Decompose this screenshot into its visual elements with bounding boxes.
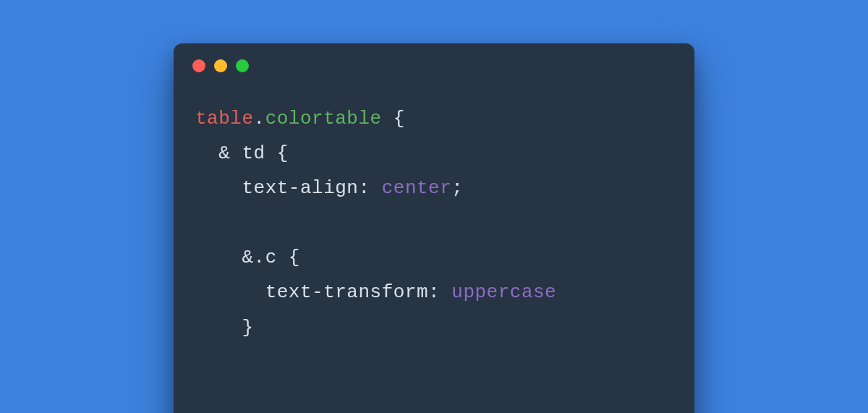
code-line: table.colortable { xyxy=(195,108,405,129)
css-property: text-transform xyxy=(265,281,428,303)
css-value: center xyxy=(382,177,452,199)
classname: colortable xyxy=(265,108,382,129)
code-line: } xyxy=(195,317,254,339)
indent xyxy=(195,142,218,164)
code-line: & td { xyxy=(195,142,289,164)
indent xyxy=(195,281,265,303)
css-value: uppercase xyxy=(451,281,556,303)
indent xyxy=(195,317,242,339)
colon: : xyxy=(428,281,451,303)
indent xyxy=(195,177,242,199)
code-editor: table.colortable { & td { text-align: ce… xyxy=(174,80,694,345)
css-property: text-align xyxy=(242,177,358,199)
indent xyxy=(195,247,242,268)
brace-open: { xyxy=(289,247,300,268)
nesting-amp: & xyxy=(218,142,242,164)
punct-dot: . xyxy=(254,108,265,129)
window-titlebar xyxy=(174,43,694,80)
code-line: &.c { xyxy=(195,247,300,268)
maximize-icon[interactable] xyxy=(236,59,249,72)
keyword-tag: table xyxy=(195,108,254,129)
semicolon: ; xyxy=(451,177,463,199)
nesting-amp: & xyxy=(242,247,253,268)
brace-close: } xyxy=(242,317,253,339)
colon: : xyxy=(358,177,381,199)
close-icon[interactable] xyxy=(192,59,205,72)
brace-open: { xyxy=(382,108,405,129)
selector: td xyxy=(242,142,276,164)
code-line: text-align: center; xyxy=(195,177,463,199)
code-window: table.colortable { & td { text-align: ce… xyxy=(174,43,694,413)
punct-dot: . xyxy=(254,247,265,268)
minimize-icon[interactable] xyxy=(214,59,227,72)
brace-open: { xyxy=(277,142,289,164)
code-line: text-transform: uppercase xyxy=(195,281,556,303)
selector: c xyxy=(265,247,289,268)
